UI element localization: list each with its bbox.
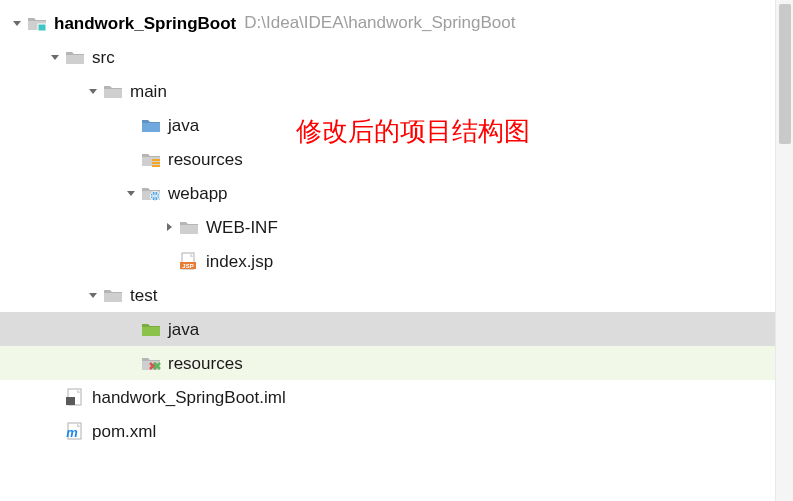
tree-item-iml[interactable]: handwork_SpringBoot.iml xyxy=(0,380,793,414)
tree-item-label: webapp xyxy=(168,185,228,202)
tree-item-src[interactable]: src xyxy=(0,40,793,74)
chevron-down-icon[interactable] xyxy=(122,187,140,199)
project-tree: handwork_SpringBootD:\Idea\IDEA\handwork… xyxy=(0,0,793,448)
tree-item-label: handwork_SpringBoot xyxy=(54,15,236,32)
tree-item-label: java xyxy=(168,321,199,338)
tree-item-label: handwork_SpringBoot.iml xyxy=(92,389,286,406)
testres-folder-icon xyxy=(140,353,162,373)
tree-item-webapp[interactable]: webapp xyxy=(0,176,793,210)
folder-icon xyxy=(64,47,86,67)
svg-text:JSP: JSP xyxy=(182,263,193,269)
tree-item-label: resources xyxy=(168,355,243,372)
svg-rect-3 xyxy=(152,165,160,167)
svg-rect-10 xyxy=(66,397,75,405)
res-folder-icon xyxy=(140,149,162,169)
folder-icon xyxy=(102,81,124,101)
maven-file-icon: m xyxy=(64,421,86,441)
web-folder-icon xyxy=(140,183,162,203)
chevron-down-icon[interactable] xyxy=(84,85,102,97)
tree-item-label: resources xyxy=(168,151,243,168)
tree-item-label: java xyxy=(168,117,199,134)
svg-rect-0 xyxy=(38,24,46,31)
jsp-file-icon: JSP xyxy=(178,251,200,271)
tree-item-test-res[interactable]: resources xyxy=(0,346,793,380)
module-icon xyxy=(26,13,48,33)
chevron-right-icon[interactable] xyxy=(160,221,178,233)
chevron-down-icon[interactable] xyxy=(8,17,26,29)
test-folder-icon xyxy=(140,319,162,339)
tree-item-label: test xyxy=(130,287,157,304)
tree-item-indexjsp[interactable]: JSPindex.jsp xyxy=(0,244,793,278)
tree-item-main[interactable]: main xyxy=(0,74,793,108)
svg-text:m: m xyxy=(66,425,78,440)
annotation-text: 修改后的项目结构图 xyxy=(296,114,530,149)
iml-file-icon xyxy=(64,387,86,407)
tree-item-hint: D:\Idea\IDEA\handwork_SpringBoot xyxy=(244,13,515,33)
vertical-scrollbar[interactable] xyxy=(775,0,793,501)
scrollbar-thumb[interactable] xyxy=(779,4,791,144)
tree-item-root[interactable]: handwork_SpringBootD:\Idea\IDEA\handwork… xyxy=(0,6,793,40)
src-folder-icon xyxy=(140,115,162,135)
tree-item-test-java[interactable]: java xyxy=(0,312,793,346)
tree-item-pom[interactable]: mpom.xml xyxy=(0,414,793,448)
svg-rect-2 xyxy=(152,162,160,164)
folder-icon xyxy=(178,217,200,237)
chevron-down-icon[interactable] xyxy=(84,289,102,301)
svg-rect-1 xyxy=(152,159,160,161)
tree-item-test[interactable]: test xyxy=(0,278,793,312)
chevron-down-icon[interactable] xyxy=(46,51,64,63)
tree-item-webinf[interactable]: WEB-INF xyxy=(0,210,793,244)
tree-item-label: WEB-INF xyxy=(206,219,278,236)
tree-item-label: src xyxy=(92,49,115,66)
folder-icon xyxy=(102,285,124,305)
tree-item-label: pom.xml xyxy=(92,423,156,440)
tree-item-label: index.jsp xyxy=(206,253,273,270)
tree-item-label: main xyxy=(130,83,167,100)
